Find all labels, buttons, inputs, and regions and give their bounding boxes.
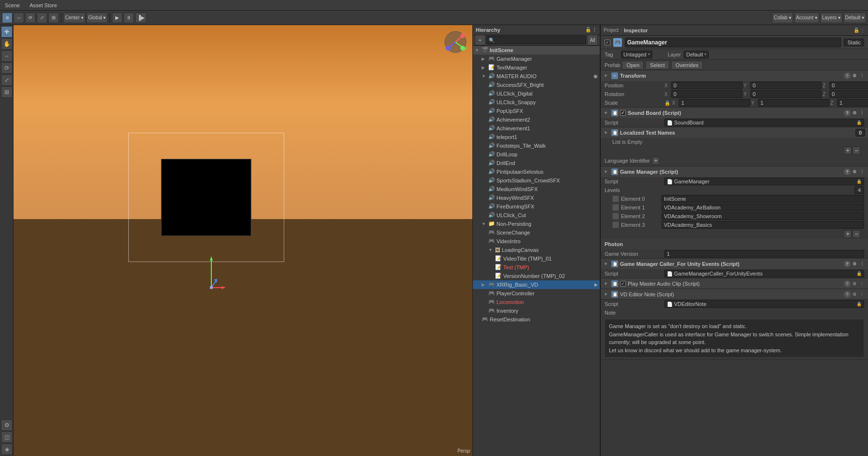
tool-btn-gizmos[interactable]: ◈ — [1, 443, 13, 455]
step-btn[interactable]: ▐▶ — [135, 13, 146, 23]
account-btn[interactable]: Account ▾ — [794, 13, 819, 23]
hierarchy-item-inventory[interactable]: 🎮 Inventory — [473, 306, 600, 315]
tool-btn-3[interactable]: ⟳ — [1, 62, 13, 74]
hierarchy-item-locomotion[interactable]: 🎮 Locomotion — [473, 298, 600, 306]
hierarchy-item-ulclick-cut[interactable]: 🔊 ULClick_Cut — [473, 211, 600, 220]
hierarchy-menu-btn[interactable]: ⋮ — [592, 27, 597, 32]
soundboard-settings-btn[interactable]: ⚙ — [851, 110, 858, 116]
inspector-lock-btn[interactable]: 🔓 — [854, 28, 859, 33]
hierarchy-item-textmanager[interactable]: ▶ 📝 TextManager — [473, 63, 600, 72]
play-master-more-btn[interactable]: ⋮ — [858, 280, 865, 287]
soundboard-script-ref[interactable]: 📄 SoundBoard 🔒 — [664, 119, 864, 126]
soundboard-info-btn[interactable]: ? — [844, 110, 851, 116]
tool-btn-settings[interactable]: ⚙ — [1, 419, 13, 431]
rotation-y[interactable] — [750, 90, 822, 98]
element-0-value[interactable]: InitScene — [661, 195, 864, 203]
vd-more-btn[interactable]: ⋮ — [858, 291, 865, 298]
hierarchy-item-resetdestination[interactable]: 🎮 ResetDestination — [473, 315, 600, 324]
hierarchy-lock-btn[interactable]: 🔓 — [585, 27, 591, 32]
transform-btn-1[interactable]: ↔ — [14, 13, 24, 23]
lang-add-btn[interactable]: + — [652, 157, 660, 165]
hierarchy-item-popupsfx[interactable]: 🔊 PopUpSFX — [473, 107, 600, 115]
scene-viewport[interactable]: ☰ Scene ▶ Game Shaded ▾ 2D 💡 🔊 ✦ 👁 ☰ Giz… — [14, 25, 472, 456]
transform-btn-4[interactable]: ⊞ — [48, 13, 59, 23]
prefab-open-btn[interactable]: Open — [622, 61, 644, 69]
transform-more-btn[interactable]: ⋮ — [858, 72, 865, 79]
object-active-checkbox[interactable]: ✓ — [605, 40, 610, 45]
hierarchy-item-versionnumber[interactable]: 📝 VersionNumber (TMP)_02 — [473, 272, 600, 280]
play-master-settings-btn[interactable]: ⚙ — [851, 280, 858, 287]
gmc-settings-btn[interactable]: ⚙ — [851, 261, 858, 267]
tool-btn-2[interactable]: ↔ — [1, 50, 13, 62]
layout-btn[interactable]: Default ▾ — [843, 13, 866, 23]
hierarchy-item-successsfx[interactable]: 🔊 SuccessSFX_Bright — [473, 81, 600, 89]
play-btn[interactable]: ▶ — [112, 13, 123, 23]
tool-btn-layers[interactable]: ◫ — [1, 431, 13, 443]
tool-btn-4[interactable]: ⤢ — [1, 74, 13, 86]
inspector-menu-btn[interactable]: ⋮ — [860, 28, 865, 33]
transform-info-btn[interactable]: ? — [844, 72, 851, 79]
gamemanager-section-header[interactable]: ▼ 📋 Game Manager (Script) ? ⚙ ⋮ — [601, 166, 868, 177]
transform-section-header[interactable]: ▼ ⊹ Transform ? ⚙ ⋮ — [601, 70, 868, 81]
soundboard-checkbox[interactable]: ✓ — [620, 110, 626, 116]
rotation-z[interactable] — [829, 90, 868, 98]
vd-settings-btn[interactable]: ⚙ — [851, 291, 858, 298]
localized-add-btn[interactable]: + — [844, 147, 852, 154]
play-master-info-btn[interactable]: ? — [844, 280, 851, 287]
position-x[interactable] — [671, 82, 743, 89]
hierarchy-item-drillloop[interactable]: 🔊 DrillLoop — [473, 150, 600, 159]
play-master-checkbox[interactable]: ✓ — [620, 281, 626, 287]
hierarchy-item-videointro[interactable]: 🎮 VideoIntro — [473, 237, 600, 246]
hierarchy-item-loadingcanvas[interactable]: ▼ 🖼 LoadingCanvas — [473, 246, 600, 254]
levels-remove-btn[interactable]: − — [853, 230, 860, 238]
element-3-value[interactable]: VDAcademy_Basics — [661, 221, 864, 229]
tool-btn-1[interactable]: ✋ — [1, 38, 13, 50]
scale-z[interactable] — [837, 99, 868, 107]
hierarchy-item-sports[interactable]: 🔊 SportsStadium_CrowdSFX — [473, 176, 600, 185]
hierarchy-item-playercontroller[interactable]: 🎮 PlayerController — [473, 289, 600, 298]
play-master-header[interactable]: ▼ 📋 ✓ Play Master Audio Clip (Script) ? … — [601, 278, 868, 289]
game-version-value[interactable]: 1 — [664, 250, 864, 258]
pivot-btn[interactable]: Center ▾ — [63, 13, 85, 23]
rotation-x[interactable] — [671, 90, 743, 98]
scale-x[interactable] — [679, 99, 750, 107]
soundboard-more-btn[interactable]: ⋮ — [858, 110, 865, 116]
transform-btn-0[interactable]: ⊕ — [2, 13, 13, 23]
hierarchy-item-teleport1[interactable]: 🔊 teleport1 — [473, 133, 600, 141]
gm-settings-btn[interactable]: ⚙ — [851, 168, 858, 175]
hierarchy-item-text-tmp[interactable]: 📝 Text (TMP) — [473, 263, 600, 272]
menu-item-scene[interactable]: Scene — [3, 1, 22, 9]
element-1-value[interactable]: VDAcademy_AirBalloon — [661, 204, 864, 211]
gmc-script-ref[interactable]: 📄 GameManagerCaller_ForUnityEvents 🔒 — [664, 270, 864, 277]
hierarchy-item-ulclick-snappy[interactable]: 🔊 ULClick_Snappy — [473, 98, 600, 107]
element-2-value[interactable]: VDAcademy_Showroom — [661, 212, 864, 220]
hierarchy-item-mediumwind[interactable]: 🔊 MediumWindSFX — [473, 185, 600, 193]
hierarchy-item-footsteps[interactable]: 🔊 Footsteps_Tile_Walk — [473, 141, 600, 150]
hierarchy-all-btn[interactable]: All — [587, 35, 598, 45]
position-z[interactable] — [829, 82, 868, 89]
scale-y[interactable] — [758, 99, 829, 107]
hierarchy-item-nonpersisting[interactable]: ▼ 📁 Non-Persisting — [473, 220, 600, 228]
hierarchy-item-pinti[interactable]: 🔊 PintiputaanSelostus — [473, 167, 600, 176]
tag-dropdown[interactable]: Untagged ▾ — [621, 51, 652, 58]
localized-header[interactable]: ▼ 📋 Localized Text Names 0 — [601, 127, 868, 138]
transform-settings-btn[interactable]: ⚙ — [851, 72, 858, 79]
static-btn[interactable]: Static — [844, 39, 864, 46]
gm-info-btn[interactable]: ? — [844, 168, 851, 175]
hierarchy-item-fireburning[interactable]: 🔊 FireBurningSFX — [473, 202, 600, 211]
menu-item-asset-store[interactable]: Asset Store — [28, 1, 59, 9]
hierarchy-item-videotitle[interactable]: 📝 VideoTitle (TMP)_01 — [473, 254, 600, 263]
hierarchy-item-heavywind[interactable]: 🔊 HeavyWindSFX — [473, 193, 600, 202]
pause-btn[interactable]: ⏸ — [124, 13, 134, 23]
localized-remove-btn[interactable]: − — [853, 147, 860, 154]
prefab-select-btn[interactable]: Select — [646, 61, 669, 69]
object-name-input[interactable] — [625, 38, 841, 47]
tool-btn-5[interactable]: ⊞ — [1, 86, 13, 98]
hierarchy-item-achievement1[interactable]: 🔊 Achievement1 — [473, 124, 600, 133]
hierarchy-item-gamemanager[interactable]: ▶ 🎮 GameManager — [473, 55, 600, 63]
hierarchy-item-master-audio[interactable]: ▼ 🔊 MASTER AUDIO ▣ — [473, 72, 600, 81]
gm-script-ref[interactable]: 📄 GameManager 🔒 — [664, 178, 864, 185]
hierarchy-item-drillend[interactable]: 🔊 DrillEnd — [473, 159, 600, 167]
transform-btn-2[interactable]: ⟳ — [25, 13, 36, 23]
hierarchy-scene-root[interactable]: ▼ 🎬 InitScene — [473, 46, 600, 55]
